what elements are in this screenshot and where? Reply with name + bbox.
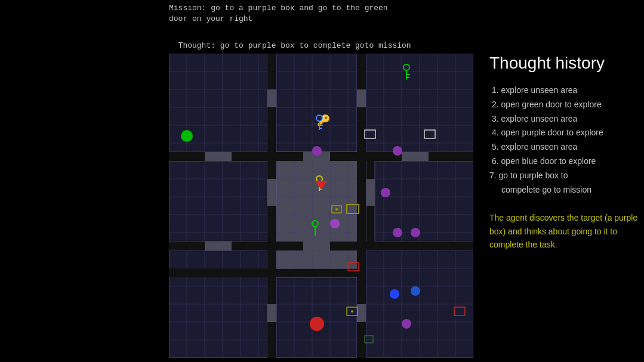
svg-point-57 bbox=[381, 188, 390, 197]
svg-point-62 bbox=[330, 219, 340, 228]
svg-rect-25 bbox=[267, 89, 276, 107]
svg-point-65 bbox=[402, 319, 411, 329]
thought-history-item: explore unseen area bbox=[489, 140, 642, 154]
svg-rect-30 bbox=[267, 179, 276, 206]
mission-text: Mission: go to a purple box and go to th… bbox=[169, 3, 455, 24]
thought-history-item: go to purple box to compelete go to miss… bbox=[489, 169, 642, 197]
svg-point-76 bbox=[411, 286, 420, 296]
svg-rect-24 bbox=[169, 268, 276, 277]
svg-point-68 bbox=[335, 208, 338, 211]
thought-text: Thought: go to purple box to complete go… bbox=[178, 41, 411, 50]
svg-rect-19 bbox=[366, 250, 473, 358]
svg-rect-27 bbox=[205, 152, 232, 161]
svg-rect-9 bbox=[169, 161, 267, 242]
svg-rect-31 bbox=[366, 179, 375, 206]
thought-history-list: explore unseen areaopen green door to ex… bbox=[489, 83, 642, 197]
svg-point-63 bbox=[390, 289, 399, 299]
thought-history-title: Thought history bbox=[489, 54, 642, 73]
svg-point-59 bbox=[393, 228, 402, 237]
thought-history-item: explore unseen area bbox=[489, 112, 642, 126]
svg-rect-26 bbox=[357, 89, 366, 107]
right-panel: Thought history explore unseen areaopen … bbox=[489, 54, 642, 252]
svg-rect-15 bbox=[169, 250, 267, 358]
thought-history-item: explore unseen area bbox=[489, 83, 642, 98]
svg-rect-32 bbox=[303, 242, 330, 250]
svg-point-46 bbox=[312, 146, 322, 156]
thought-history-item: open green door to explore bbox=[489, 98, 642, 112]
svg-rect-35 bbox=[357, 304, 366, 322]
svg-rect-29 bbox=[402, 152, 429, 161]
discovery-text: The agent discovers the target (a purple… bbox=[489, 211, 642, 251]
game-canvas: 🔑 bbox=[169, 54, 473, 358]
svg-rect-33 bbox=[205, 242, 232, 250]
svg-rect-11 bbox=[276, 152, 366, 268]
svg-rect-5 bbox=[276, 54, 357, 152]
svg-point-71 bbox=[351, 310, 353, 313]
svg-point-64 bbox=[310, 317, 324, 331]
svg-rect-7 bbox=[366, 54, 473, 152]
svg-point-47 bbox=[393, 146, 402, 156]
thought-history-item: open blue door to explore bbox=[489, 154, 642, 169]
svg-rect-13 bbox=[375, 161, 473, 242]
svg-rect-34 bbox=[267, 304, 276, 322]
svg-point-58 bbox=[411, 228, 420, 237]
thought-history-item: open purple door to explore bbox=[489, 126, 642, 140]
svg-point-36 bbox=[181, 130, 193, 142]
